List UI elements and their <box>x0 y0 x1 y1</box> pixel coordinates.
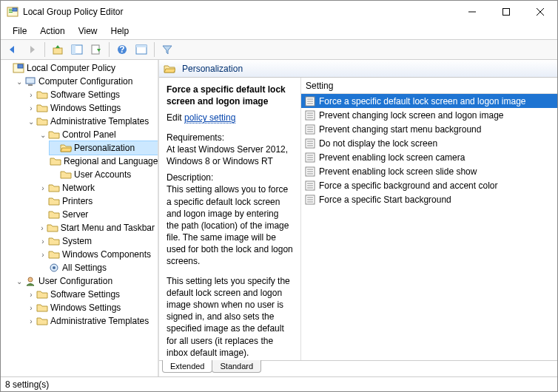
setting-row[interactable]: Prevent enabling lock screen slide show <box>301 164 557 178</box>
svg-rect-18 <box>18 64 23 68</box>
menu-file[interactable]: File <box>7 24 33 38</box>
expand-icon[interactable]: › <box>26 304 36 312</box>
tree-uc-windows-settings[interactable]: ›Windows Settings <box>26 301 158 314</box>
tree-printers[interactable]: Printers <box>38 195 158 208</box>
setting-label: Prevent changing start menu background <box>319 124 481 135</box>
collapse-icon[interactable]: ⌄ <box>14 277 24 285</box>
window-buttons <box>455 1 557 23</box>
folder-icon <box>60 169 72 180</box>
svg-rect-3 <box>9 12 13 13</box>
folder-icon <box>48 129 60 141</box>
policy-item-icon <box>304 166 316 178</box>
tree-root[interactable]: Local Computer Policy <box>2 61 158 75</box>
tree-server[interactable]: Server <box>38 208 158 221</box>
filter-button[interactable] <box>158 41 176 58</box>
tree-network[interactable]: ›Network <box>38 181 158 195</box>
tabstrip: Extended Standard <box>159 360 557 376</box>
help-button[interactable]: ? <box>113 41 131 58</box>
maximize-button[interactable] <box>489 1 523 23</box>
settings-list[interactable]: Force a specific default lock screen and… <box>301 94 557 360</box>
menu-view[interactable]: View <box>73 24 104 38</box>
tree-label: Local Computer Policy <box>27 63 115 73</box>
policy-item-icon <box>304 124 316 135</box>
app-icon <box>7 6 19 18</box>
setting-row[interactable]: Prevent changing lock screen and logon i… <box>301 108 557 122</box>
collapse-icon[interactable]: ⌄ <box>14 78 24 86</box>
policy-item-icon <box>304 152 316 163</box>
minimize-button[interactable] <box>455 1 489 23</box>
setting-label: Prevent changing lock screen and logon i… <box>319 110 504 121</box>
menu-help[interactable]: Help <box>105 24 135 38</box>
tab-extended[interactable]: Extended <box>162 360 212 373</box>
export-list-button[interactable] <box>87 41 105 58</box>
description-pane: Force a specific default lock screen and… <box>159 78 301 360</box>
tree-uc-software-settings[interactable]: ›Software Settings <box>26 288 158 301</box>
tree-windows-components[interactable]: ›Windows Components <box>38 248 158 261</box>
description: Description: This setting allows you to … <box>167 172 293 359</box>
tree-uc-admin-templates[interactable]: ›Administrative Templates <box>26 314 158 328</box>
app-window: Local Group Policy Editor File Action Vi… <box>0 0 558 392</box>
tree-user-configuration[interactable]: ⌄User Configuration <box>14 274 158 288</box>
tree-all-settings[interactable]: All Settings <box>38 261 158 274</box>
svg-rect-4 <box>13 8 17 11</box>
desc-para-2: This setting lets you specify the defaul… <box>167 275 293 359</box>
tree-user-accounts[interactable]: User Accounts <box>50 168 158 181</box>
tab-standard[interactable]: Standard <box>212 360 261 373</box>
setting-row[interactable]: Prevent changing start menu background <box>301 122 557 136</box>
statusbar: 8 setting(s) <box>1 376 557 391</box>
tree-windows-settings[interactable]: ›Windows Settings <box>26 101 158 115</box>
column-header-setting[interactable]: Setting <box>301 78 557 94</box>
show-hide-tree-button[interactable] <box>68 41 86 58</box>
svg-rect-19 <box>26 78 35 84</box>
svg-rect-6 <box>503 9 510 16</box>
expand-icon[interactable]: › <box>38 184 48 192</box>
expand-icon[interactable]: › <box>26 317 36 325</box>
setting-row[interactable]: Force a specific background and accent c… <box>301 178 557 192</box>
collapse-icon[interactable]: ⌄ <box>38 131 48 139</box>
forward-button[interactable] <box>23 41 41 58</box>
edit-prefix: Edit <box>167 112 184 123</box>
tree-personalization[interactable]: Personalization <box>50 141 158 155</box>
tree-control-panel[interactable]: ⌄Control Panel <box>38 128 158 141</box>
tree-label: Start Menu and Taskbar <box>61 223 155 233</box>
menu-action[interactable]: Action <box>34 24 70 38</box>
expand-icon[interactable]: › <box>26 91 36 99</box>
svg-rect-11 <box>72 45 75 54</box>
expand-icon[interactable]: › <box>38 237 48 246</box>
expand-icon[interactable]: › <box>26 104 36 112</box>
setting-row[interactable]: Force a specific default lock screen and… <box>301 94 557 108</box>
tree-admin-templates[interactable]: ⌄Administrative Templates <box>26 115 158 128</box>
setting-label: Do not display the lock screen <box>319 138 437 149</box>
tree-system[interactable]: ›System <box>38 234 158 248</box>
tree-label: Windows Settings <box>50 103 121 113</box>
tree-regional-language[interactable]: Regional and Language Options <box>50 155 158 168</box>
setting-row[interactable]: Do not display the lock screen <box>301 136 557 150</box>
requirements: Requirements: At least Windows Server 20… <box>167 132 293 168</box>
tree-label: Server <box>62 209 88 220</box>
setting-row[interactable]: Force a specific Start background <box>301 192 557 206</box>
settings-pane: Setting Force a specific default lock sc… <box>301 78 557 360</box>
window-title: Local Group Policy Editor <box>23 7 455 17</box>
edit-policy-link[interactable]: policy setting <box>184 112 235 124</box>
properties-button[interactable] <box>132 41 150 58</box>
expand-icon[interactable]: › <box>38 251 48 259</box>
settings-icon <box>48 262 60 274</box>
desc-para-1: This setting allows you to force a speci… <box>167 183 293 267</box>
tree-label: Administrative Templates <box>50 316 149 326</box>
tree-label: Windows Settings <box>50 303 121 313</box>
tree-software-settings[interactable]: ›Software Settings <box>26 88 158 101</box>
tree-pane[interactable]: Local Computer Policy ⌄ Computer Configu… <box>1 60 159 376</box>
tree-label: Administrative Templates <box>50 116 149 126</box>
up-button[interactable] <box>49 41 67 58</box>
close-button[interactable] <box>523 1 557 23</box>
expand-icon[interactable]: › <box>38 224 47 232</box>
tree-label: All Settings <box>62 263 107 273</box>
setting-row[interactable]: Prevent enabling lock screen camera <box>301 150 557 164</box>
tree-start-menu-taskbar[interactable]: ›Start Menu and Taskbar <box>38 221 158 234</box>
breadcrumb: Personalization <box>159 60 557 78</box>
back-button[interactable] <box>4 41 21 58</box>
expand-icon[interactable]: › <box>26 291 36 299</box>
collapse-icon[interactable]: ⌄ <box>26 118 36 126</box>
tree-label: Printers <box>62 196 93 206</box>
tree-computer-configuration[interactable]: ⌄ Computer Configuration <box>14 75 158 88</box>
